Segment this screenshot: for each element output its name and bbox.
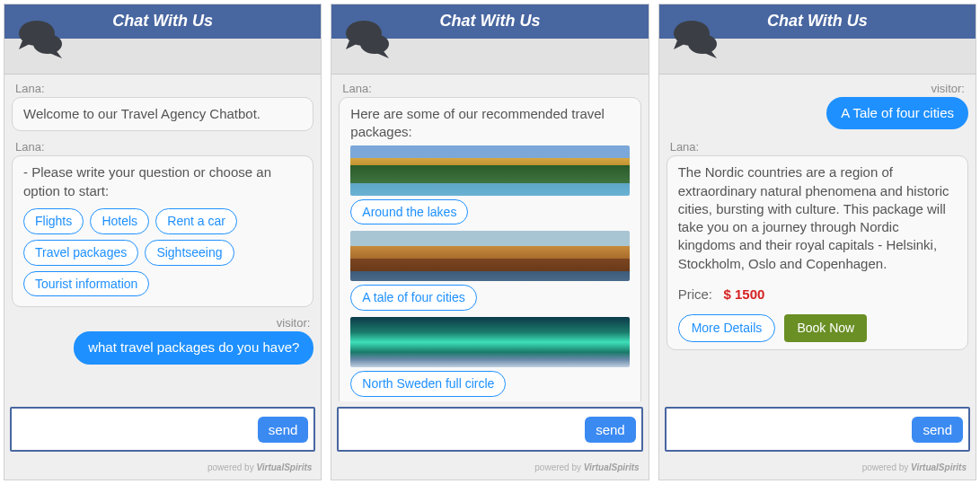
svg-point-5 <box>688 34 717 54</box>
chip-flights[interactable]: Flights <box>23 208 84 234</box>
chip-around-the-lakes[interactable]: Around the lakes <box>350 199 468 225</box>
messages-area[interactable]: Lana: Here are some of our recommended t… <box>331 75 648 401</box>
chat-title: Chat With Us <box>112 12 213 30</box>
chip-tourist-information[interactable]: Tourist information <box>23 271 149 297</box>
input-area: send <box>665 407 970 452</box>
chip-tale-of-four-cities[interactable]: A tale of four cities <box>350 285 476 311</box>
price-value: $ 1500 <box>724 286 765 302</box>
visitor-message: A Tale of four cities <box>826 97 968 129</box>
chat-window-2: Chat With Us Lana: Here are some of our … <box>331 4 649 480</box>
message-input[interactable] <box>348 422 585 437</box>
footer-brand[interactable]: VirtualSpirits <box>256 462 312 472</box>
sender-label-visitor: visitor: <box>15 316 310 330</box>
footer-prefix: powered by <box>207 462 254 472</box>
action-row: More Details Book Now <box>678 314 957 342</box>
chat-logo-icon <box>344 17 394 66</box>
sender-label-visitor: visitor: <box>670 82 965 95</box>
footer-prefix: powered by <box>534 462 581 472</box>
input-area: send <box>337 407 642 452</box>
sender-label-bot: Lana: <box>670 140 965 154</box>
message-input[interactable] <box>675 422 913 437</box>
package-image-lakes <box>350 145 629 196</box>
bot-message: - Please write your question or choose a… <box>12 155 313 307</box>
price-label: Price: <box>678 286 712 302</box>
bot-message: Here are some of our recommended travel … <box>339 97 640 401</box>
send-button[interactable]: send <box>912 417 963 443</box>
chat-window-3: Chat With Us visitor: A Tale of four cit… <box>658 4 976 480</box>
bot-message-text: - Please write your question or choose a… <box>23 163 302 200</box>
messages-area[interactable]: Lana: Welcome to our Travel Agency Chatb… <box>4 75 321 401</box>
visitor-message: what travel packages do you have? <box>74 331 313 364</box>
svg-point-1 <box>33 34 62 54</box>
chat-title: Chat With Us <box>440 12 541 30</box>
chip-travel-packages[interactable]: Travel packages <box>23 240 138 266</box>
package-image-north-sweden <box>350 317 629 367</box>
book-now-button[interactable]: Book Now <box>784 314 867 342</box>
chip-sightseeing[interactable]: Sightseeing <box>145 240 234 266</box>
chat-logo-icon <box>17 17 67 66</box>
input-area: send <box>10 407 315 452</box>
footer-brand[interactable]: VirtualSpirits <box>584 462 640 472</box>
sender-label-bot: Lana: <box>15 82 310 95</box>
visitor-message-text: A Tale of four cities <box>841 105 954 120</box>
bot-message: The Nordic countries are a region of ext… <box>667 155 968 350</box>
chat-title: Chat With Us <box>767 12 868 30</box>
footer-brand[interactable]: VirtualSpirits <box>911 462 967 472</box>
bot-message-text: Welcome to our Travel Agency Chatbot. <box>23 106 260 121</box>
messages-area[interactable]: visitor: A Tale of four cities Lana: The… <box>659 75 976 401</box>
message-input[interactable] <box>21 422 258 437</box>
footer: powered by VirtualSpirits <box>659 457 976 480</box>
chat-logo-icon <box>672 17 722 66</box>
bot-message-text: Here are some of our recommended travel … <box>350 105 629 142</box>
chip-group: Flights Hotels Rent a car Travel package… <box>23 206 302 300</box>
send-button[interactable]: send <box>258 417 309 443</box>
chip-north-sweden-full-circle[interactable]: North Sweden full circle <box>350 371 506 397</box>
footer-prefix: powered by <box>862 462 909 472</box>
visitor-message-text: what travel packages do you have? <box>88 339 299 355</box>
chip-hotels[interactable]: Hotels <box>90 208 149 234</box>
bot-message: Welcome to our Travel Agency Chatbot. <box>12 97 313 131</box>
package-image-cities <box>350 231 629 281</box>
more-details-button[interactable]: More Details <box>678 314 776 342</box>
sender-label-bot: Lana: <box>15 140 310 154</box>
chat-window-1: Chat With Us Lana: Welcome to our Travel… <box>4 4 322 480</box>
chip-rent-a-car[interactable]: Rent a car <box>155 208 237 234</box>
sender-label-bot: Lana: <box>342 82 637 95</box>
footer: powered by VirtualSpirits <box>4 457 321 480</box>
footer: powered by VirtualSpirits <box>331 457 648 480</box>
bot-message-text: The Nordic countries are a region of ext… <box>678 163 957 273</box>
send-button[interactable]: send <box>585 417 636 443</box>
svg-point-3 <box>360 34 389 54</box>
